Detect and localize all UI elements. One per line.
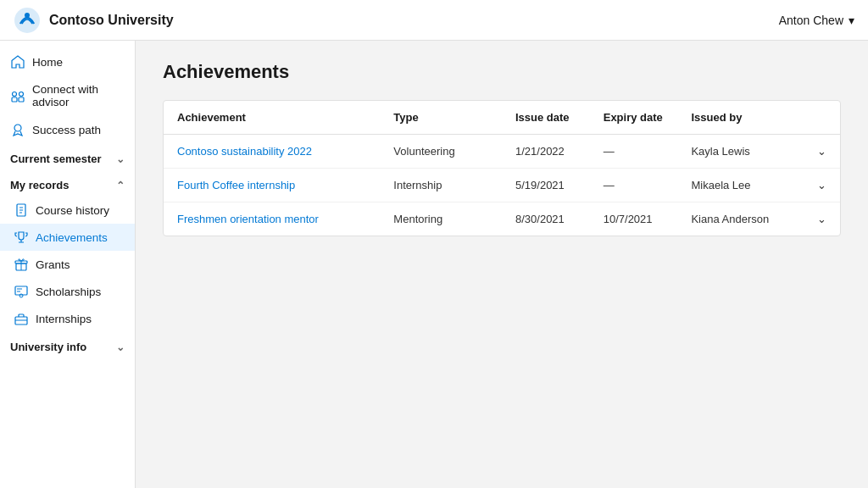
table-header: Achievement Type Issue date Expiry date … [164,101,840,135]
col-header-achievement: Achievement [164,101,380,135]
grants-label: Grants [36,258,70,271]
app-header: Contoso University Anton Chew ▾ [0,0,868,41]
course-history-label: Course history [36,204,109,217]
svg-point-5 [19,92,24,97]
sidebar-item-internships[interactable]: Internships [0,305,135,332]
sidebar-section-my-records[interactable]: My records ⌃ [0,170,135,197]
achievement-type-1: Volunteering [380,135,502,169]
achievement-name-1[interactable]: Contoso sustainability 2022 [164,135,380,169]
current-semester-chevron-icon: ⌄ [116,153,125,165]
current-semester-label: Current semester [10,152,102,165]
svg-rect-4 [19,97,24,102]
achievement-issued-2: Mikaela Lee [677,169,799,202]
achievement-issued-1: Kayla Lewis [677,135,799,169]
sidebar: Home Connect with advisor Success path C… [0,41,136,488]
col-header-type: Type [380,101,502,135]
my-records-chevron-icon: ⌃ [116,180,125,191]
achievement-expiry-2: — [590,169,678,202]
achievement-issue-2: 5/19/2021 [502,169,590,202]
achievement-name-2[interactable]: Fourth Coffee internship [164,169,380,202]
sidebar-item-achievements[interactable]: Achievements [0,224,135,251]
scholarships-label: Scholarships [36,286,101,298]
header-brand: Contoso University [14,7,174,34]
table-row: Fourth Coffee internship Internship 5/19… [164,169,840,202]
gift-icon [14,257,29,272]
user-name: Anton Chew [779,14,843,27]
sidebar-item-success-path[interactable]: Success path [0,115,135,144]
user-menu[interactable]: Anton Chew ▾ [779,14,854,27]
col-header-issue-date: Issue date [502,101,590,135]
trophy-icon [14,230,29,245]
main-content: Achievements Achievement Type Issue date… [136,41,868,488]
table-row: Freshmen orientation mentor Mentoring 8/… [164,202,840,236]
sidebar-home-label: Home [32,56,63,69]
table-row: Contoso sustainability 2022 Volunteering… [164,135,840,169]
document-icon [14,202,29,218]
achievements-table-card: Achievement Type Issue date Expiry date … [163,100,841,236]
university-info-label: University info [10,341,86,353]
expand-row-1-button[interactable]: ⌄ [799,135,840,169]
sidebar-item-scholarships[interactable]: Scholarships [0,278,135,305]
sidebar-success-label: Success path [32,124,101,136]
expand-row-3-button[interactable]: ⌄ [799,202,840,236]
svg-point-0 [14,8,40,33]
col-header-expiry-date: Expiry date [590,101,678,135]
people-icon [10,88,25,103]
page-title: Achievements [163,61,841,83]
achievement-expiry-1: — [590,135,678,169]
achievement-name-3[interactable]: Freshmen orientation mentor [164,202,380,236]
internships-label: Internships [36,313,92,325]
achievement-type-3: Mentoring [380,202,502,236]
briefcase-icon [14,311,29,326]
achievements-label: Achievements [36,231,108,244]
svg-rect-2 [12,97,17,102]
col-header-issued-by: Issued by [677,101,799,135]
svg-point-1 [25,13,30,18]
achievement-issued-3: Kiana Anderson [677,202,799,236]
sidebar-section-university-info[interactable]: University info ⌄ [0,332,135,358]
sidebar-item-home[interactable]: Home [0,47,135,76]
sidebar-connect-label: Connect with advisor [32,83,125,108]
brand-logo-icon [14,7,41,34]
sidebar-section-current-semester[interactable]: Current semester ⌄ [0,144,135,170]
home-icon [10,54,25,69]
achievement-issue-1: 1/21/2022 [502,135,590,169]
certificate-icon [14,284,29,299]
table-body: Contoso sustainability 2022 Volunteering… [164,135,840,236]
sidebar-item-grants[interactable]: Grants [0,251,135,278]
sidebar-item-connect-advisor[interactable]: Connect with advisor [0,76,135,115]
svg-point-3 [13,92,17,97]
user-chevron-icon: ▾ [849,14,854,27]
svg-point-6 [14,125,21,131]
university-info-chevron-icon: ⌄ [116,341,125,353]
achievement-issue-3: 8/30/2021 [502,202,590,236]
sidebar-item-course-history[interactable]: Course history [0,197,135,224]
col-header-expand [799,101,840,135]
achievements-table: Achievement Type Issue date Expiry date … [164,101,840,236]
my-records-label: My records [10,179,69,191]
ribbon-icon [10,122,25,137]
app-title: Contoso University [49,13,174,28]
achievement-expiry-3: 10/7/2021 [590,202,678,236]
achievement-type-2: Internship [380,169,502,202]
expand-row-2-button[interactable]: ⌄ [799,169,840,202]
